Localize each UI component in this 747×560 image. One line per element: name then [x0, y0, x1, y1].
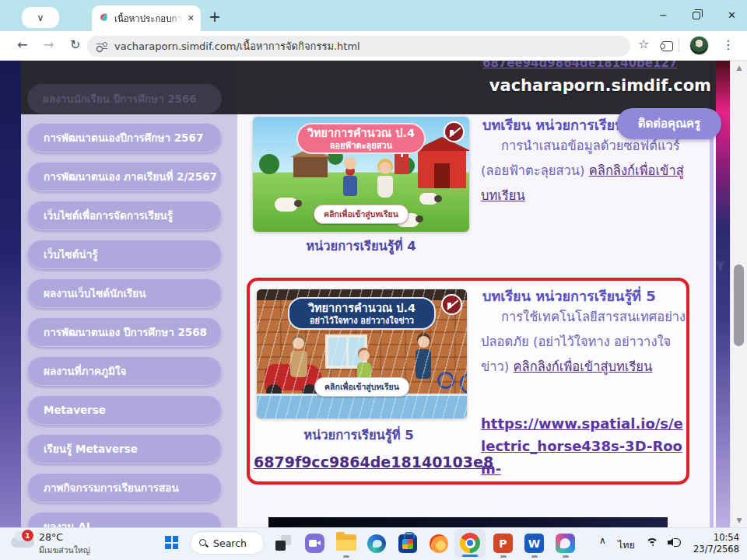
extensions-button[interactable]: [661, 40, 673, 51]
sidebar-item-self-dev-2567[interactable]: การพัฒนาตนเองปีการศึกษา 2567: [27, 123, 222, 152]
barn-icon: [418, 151, 466, 188]
start-button[interactable]: [165, 536, 178, 549]
sidebar-item-interesting-websites[interactable]: เว็บไซต์น่ารู้: [27, 240, 222, 269]
speaker-icon[interactable]: [668, 537, 680, 548]
lesson5-url-link[interactable]: https://www.spatial.io/s/electric_horse4…: [481, 412, 686, 480]
browser-menu-button[interactable]: ⋮: [722, 37, 735, 52]
tray-overflow-button[interactable]: ∧: [599, 535, 606, 546]
page-header-band: 687ee94d9864de18140be127 vacharaporn.sim…: [21, 61, 716, 114]
mute-icon[interactable]: [444, 121, 465, 142]
sidebar-item-ai-works[interactable]: ผลงาน AI: [27, 512, 222, 527]
chat-app-button[interactable]: [305, 534, 324, 553]
sidebar-item-learn-metaverse[interactable]: เรียนรู้ Metaverse: [27, 434, 222, 464]
browser-tab-active[interactable]: เนื้อหาประกอบการจัดกิจกรรมการเรีย ✕: [92, 5, 201, 31]
lesson5-paragraph: การใช้เทคโนโลยีสารสนเทศอย่างปลอดภัย (อย่…: [481, 305, 686, 380]
puzzle-icon: [661, 40, 673, 51]
lesson5-heading: บทเรียน หน่วยการเรียนรู้ที่ 5: [482, 285, 656, 307]
running-indicator: [531, 555, 538, 558]
task-view-button[interactable]: [275, 535, 291, 551]
mute-icon[interactable]: [441, 294, 462, 315]
toolbar-divider: [679, 38, 679, 52]
forward-button[interactable]: →: [44, 37, 54, 52]
header-truncated-link[interactable]: 687ee94d9864de18140be127: [482, 61, 677, 70]
background-left-strip: [0, 61, 21, 527]
sidebar-item-proud-works[interactable]: ผลงานที่ภาคภูมิใจ: [27, 356, 222, 386]
restore-button[interactable]: [693, 12, 700, 19]
close-window-button[interactable]: ✕: [728, 9, 736, 21]
language-indicator[interactable]: ไทย: [618, 537, 635, 553]
running-indicator: [500, 555, 507, 558]
sidebar-menu: การพัฒนาตนเองปีการศึกษา 2567 การพัฒนาตนเ…: [27, 123, 222, 527]
site-settings-icon[interactable]: [96, 42, 107, 51]
badge-subtitle: ลอยฟ้าตะลุยสวน: [298, 141, 424, 151]
sidebar-item-student-website-works[interactable]: ผลงานเว็บไซต์นักเรียน: [27, 278, 222, 308]
restore-icon: [693, 12, 700, 19]
background-watermark: Y: [717, 259, 724, 274]
lesson4-enter-button[interactable]: คลิกเพื่อเข้าสู่บทเรียน: [314, 205, 409, 224]
url-bar[interactable]: vacharaporn.simdif.com/เนื้อหาการจัดกิจก…: [87, 36, 630, 57]
lesson5-enter-button[interactable]: คลิกเพื่อเข้าสู่บทเรียน: [314, 377, 409, 397]
hut-icon: [293, 157, 328, 177]
site-title: vacharaporn.simdif.com: [489, 76, 711, 95]
farmer-figure: [340, 157, 360, 198]
badge-title: วิทยาการคำนวณ ป.4: [289, 301, 434, 316]
sidebar-item-self-dev-2568[interactable]: การพัฒนาตนเอง ปีการศึกษา 2568: [27, 317, 222, 347]
lesson5-image-card[interactable]: วิทยาการคำนวณ ป.4 อย่าไว้ใจทาง อย่าวางใจ…: [257, 289, 467, 418]
browser-tab-bar: ∨ เนื้อหาประกอบการจัดกิจกรรมการเรีย ✕ + …: [0, 0, 747, 31]
lesson5-hash-link[interactable]: 6879f9cc9864de18140103e8: [254, 453, 493, 471]
new-tab-button[interactable]: +: [209, 8, 221, 25]
sidebar-item-learning-websites[interactable]: เว็บไซต์เพื่อการจัดการเรียนรู้: [27, 201, 222, 230]
page-scrollbar[interactable]: ▲ ▼: [730, 61, 747, 527]
bookmark-star-button[interactable]: ☆: [638, 37, 649, 51]
edge-browser-button[interactable]: [367, 534, 386, 553]
sheep-icon: [275, 198, 298, 212]
active-indicator: [462, 555, 478, 557]
firefox-button[interactable]: [430, 534, 448, 553]
badge-subtitle: อย่าไว้ใจทาง อย่าวางใจข่าว: [289, 316, 434, 326]
chrome-button-active[interactable]: [454, 529, 486, 558]
microsoft-store-button[interactable]: [398, 534, 417, 553]
weather-alert-badge: 1: [22, 530, 33, 541]
tree-icon: [259, 154, 279, 174]
scrollbar-thumb[interactable]: [734, 264, 744, 346]
badge-title: วิทยาการคำนวณ ป.4: [298, 126, 424, 141]
tab-search-button[interactable]: ∨: [22, 7, 59, 28]
farm-woman-figure: [376, 162, 395, 199]
search-icon: [199, 539, 208, 548]
wifi-icon[interactable]: [646, 538, 660, 549]
lesson4-caption: หน่วยการเรียนรู้ที่ 4: [253, 236, 469, 256]
lesson4-image-card[interactable]: วิทยาการคำนวณ ป.4 ลอยฟ้าตะลุยสวน คลิกเพื…: [253, 117, 469, 232]
taskbar-search[interactable]: Search: [190, 531, 265, 555]
lesson5-caption: หน่วยการเรียนรู้ที่ 5: [254, 425, 464, 445]
reload-button[interactable]: ↻: [70, 37, 80, 52]
sidebar-item-self-dev-term2-2567[interactable]: การพัฒนาตนเอง ภาคเรียนที่ 2/2567: [27, 162, 222, 191]
file-explorer-button[interactable]: [336, 534, 356, 551]
scroll-up-icon[interactable]: ▲: [731, 64, 747, 72]
chevron-down-icon: ∨: [37, 12, 44, 23]
contact-teacher-button[interactable]: ติดต่อคุณครู: [617, 108, 721, 139]
sidebar-item-activity-photos[interactable]: ภาพกิจกรรมการเรียนการสอน: [27, 473, 222, 502]
weather-temperature[interactable]: 28°C: [39, 531, 63, 543]
word-button[interactable]: W: [524, 534, 544, 553]
rocket-favicon-icon: [98, 12, 110, 24]
weather-condition[interactable]: มีเมฆส่วนใหญ่: [39, 544, 90, 557]
powerpoint-button[interactable]: P: [493, 534, 513, 553]
system-clock[interactable]: 10:54 23/7/2568: [688, 532, 739, 555]
chrome-icon: [460, 533, 480, 553]
sheep-icon: [419, 193, 438, 205]
profile-avatar[interactable]: [689, 36, 709, 55]
paint-button[interactable]: [556, 534, 575, 553]
back-button[interactable]: ←: [17, 37, 27, 52]
minimize-button[interactable]: −: [659, 9, 668, 21]
clock-date: 23/7/2568: [688, 544, 739, 555]
running-indicator: [343, 555, 349, 558]
search-label: Search: [213, 537, 247, 549]
next-section-image-partial: [268, 517, 668, 527]
sidebar-item-metaverse[interactable]: Metaverse: [27, 395, 222, 425]
sidebar-item-student-works-2566[interactable]: ผลงานนักเรียน ปีการศึกษา 2566: [27, 84, 222, 114]
running-indicator: [563, 555, 569, 558]
tab-close-icon[interactable]: ✕: [188, 13, 195, 23]
clock-time: 10:54: [688, 532, 739, 544]
lesson5-body-link[interactable]: คลิกลิงก์เพื่อเข้าสู่บทเรียน: [514, 359, 653, 374]
scroll-down-icon[interactable]: ▼: [731, 516, 747, 524]
